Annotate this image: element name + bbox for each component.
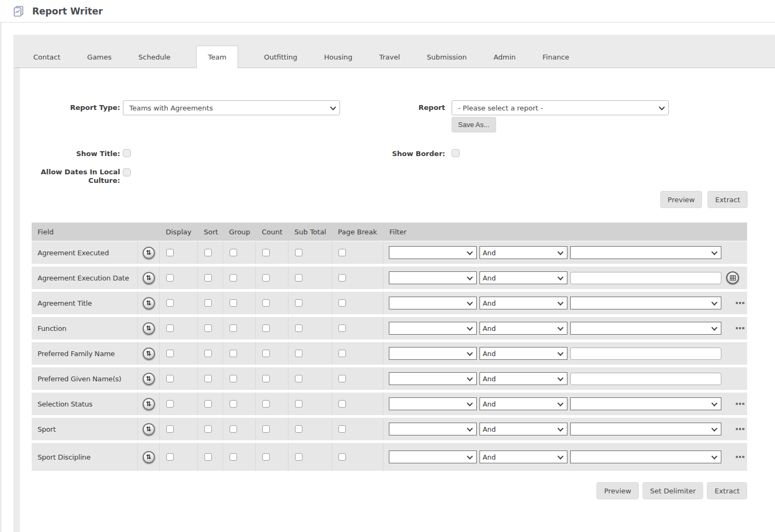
display-checkbox[interactable] [166, 350, 174, 357]
sort-checkbox[interactable] [204, 375, 212, 382]
filter-value-select[interactable] [570, 322, 721, 335]
count-checkbox[interactable] [262, 400, 270, 408]
sub-total-checkbox[interactable] [295, 299, 302, 307]
tab-schedule[interactable]: Schedule [137, 46, 172, 68]
sub-total-checkbox[interactable] [295, 249, 302, 256]
count-checkbox[interactable] [262, 375, 270, 382]
filter-operator-select[interactable] [389, 450, 477, 463]
filter-conjunction-select[interactable]: And [479, 423, 567, 435]
group-checkbox[interactable] [230, 249, 237, 256]
reorder-up-down-icon[interactable]: ⇅ [143, 451, 155, 463]
filter-value-select[interactable] [570, 246, 721, 259]
display-checkbox[interactable] [166, 375, 174, 382]
reorder-up-down-icon[interactable]: ⇅ [143, 297, 155, 309]
reorder-up-down-icon[interactable]: ⇅ [143, 322, 155, 335]
reorder-up-down-icon[interactable]: ⇅ [143, 423, 155, 435]
count-checkbox[interactable] [262, 425, 270, 433]
page-break-checkbox[interactable] [338, 350, 346, 357]
tab-team[interactable]: Team [196, 46, 238, 68]
filter-conjunction-select[interactable]: And [479, 347, 567, 360]
extract-button-top[interactable]: Extract [707, 191, 748, 208]
sort-checkbox[interactable] [204, 400, 212, 408]
display-checkbox[interactable] [166, 249, 174, 256]
report-type-select[interactable]: Teams with Agreements [123, 100, 340, 115]
group-checkbox[interactable] [230, 350, 237, 357]
filter-conjunction-select[interactable]: And [479, 246, 567, 259]
sort-checkbox[interactable] [204, 425, 212, 433]
show-title-checkbox[interactable] [123, 149, 131, 157]
filter-value-input[interactable] [570, 373, 721, 385]
filter-conjunction-select[interactable]: And [479, 397, 567, 410]
display-checkbox[interactable] [166, 400, 174, 408]
filter-operator-select[interactable] [389, 397, 477, 410]
count-checkbox[interactable] [262, 249, 270, 256]
tab-submission[interactable]: Submission [426, 46, 468, 68]
page-break-checkbox[interactable] [338, 425, 346, 433]
filter-conjunction-select[interactable]: And [479, 450, 567, 463]
tab-admin[interactable]: Admin [492, 46, 516, 68]
tab-outfitting[interactable]: Outfitting [263, 46, 298, 68]
set-delimiter-button[interactable]: Set Delimiter [643, 482, 703, 499]
report-select[interactable]: - Please select a report - [452, 100, 669, 115]
reorder-up-down-icon[interactable]: ⇅ [143, 247, 155, 259]
ellipsis-button[interactable] [736, 456, 744, 458]
display-checkbox[interactable] [166, 425, 174, 433]
count-checkbox[interactable] [262, 274, 270, 282]
reorder-up-down-icon[interactable]: ⇅ [143, 373, 155, 385]
filter-conjunction-select[interactable]: And [479, 271, 567, 284]
group-checkbox[interactable] [230, 453, 237, 461]
sub-total-checkbox[interactable] [295, 350, 302, 357]
group-checkbox[interactable] [230, 274, 237, 282]
filter-operator-select[interactable] [389, 297, 477, 309]
ellipsis-button[interactable] [736, 327, 744, 329]
filter-value-select[interactable] [570, 297, 721, 309]
preview-button-bottom[interactable]: Preview [596, 482, 639, 499]
group-checkbox[interactable] [230, 425, 237, 433]
page-break-checkbox[interactable] [338, 299, 346, 307]
page-break-checkbox[interactable] [338, 249, 346, 256]
group-checkbox[interactable] [230, 299, 237, 307]
extract-button-bottom[interactable]: Extract [707, 482, 747, 499]
sub-total-checkbox[interactable] [295, 425, 302, 433]
filter-value-select[interactable] [570, 397, 721, 410]
allow-dates-checkbox[interactable] [123, 168, 131, 176]
group-checkbox[interactable] [230, 375, 237, 382]
sort-checkbox[interactable] [204, 299, 212, 307]
page-break-checkbox[interactable] [338, 400, 346, 408]
ellipsis-button[interactable] [736, 403, 744, 405]
display-checkbox[interactable] [166, 274, 174, 282]
group-checkbox[interactable] [230, 400, 237, 408]
tab-housing[interactable]: Housing [323, 46, 353, 68]
filter-operator-select[interactable] [389, 423, 477, 435]
filter-operator-select[interactable] [389, 246, 477, 259]
display-checkbox[interactable] [166, 324, 174, 332]
reorder-up-down-icon[interactable]: ⇅ [143, 272, 155, 284]
preview-button-top[interactable]: Preview [660, 191, 703, 208]
page-break-checkbox[interactable] [338, 324, 346, 332]
filter-operator-select[interactable] [389, 347, 477, 360]
page-break-checkbox[interactable] [338, 274, 346, 282]
sort-checkbox[interactable] [204, 453, 212, 461]
save-as-button[interactable]: Save As... [452, 117, 496, 132]
calendar-button[interactable] [726, 271, 739, 284]
page-break-checkbox[interactable] [338, 375, 346, 382]
count-checkbox[interactable] [262, 350, 270, 357]
filter-conjunction-select[interactable]: And [479, 372, 567, 385]
count-checkbox[interactable] [262, 324, 270, 332]
sort-checkbox[interactable] [204, 350, 212, 357]
filter-value-input[interactable] [570, 348, 721, 360]
filter-value-input[interactable] [570, 272, 721, 284]
display-checkbox[interactable] [166, 453, 174, 461]
tab-contact[interactable]: Contact [32, 46, 62, 68]
filter-value-select[interactable] [570, 450, 721, 463]
filter-conjunction-select[interactable]: And [479, 322, 567, 335]
show-border-checkbox[interactable] [452, 149, 460, 157]
filter-conjunction-select[interactable]: And [479, 297, 567, 309]
sort-checkbox[interactable] [204, 324, 212, 332]
tab-finance[interactable]: Finance [542, 46, 571, 68]
display-checkbox[interactable] [166, 299, 174, 307]
tab-games[interactable]: Games [86, 46, 113, 68]
tab-travel[interactable]: Travel [378, 46, 401, 68]
ellipsis-button[interactable] [736, 302, 744, 304]
ellipsis-button[interactable] [736, 428, 744, 430]
